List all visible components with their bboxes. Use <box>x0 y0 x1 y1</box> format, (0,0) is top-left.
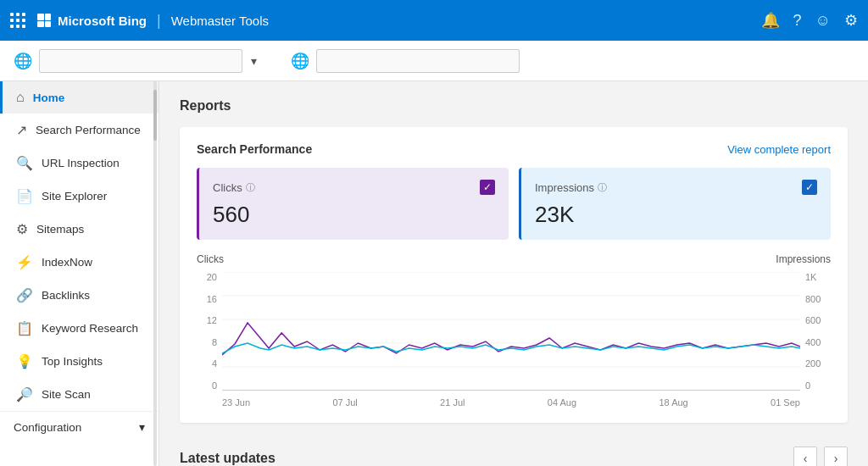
chart-svg <box>222 272 800 391</box>
svg-rect-0 <box>37 14 44 20</box>
reports-title: Reports <box>180 98 848 114</box>
chart-y-right-labels: 1K 800 600 400 200 0 <box>805 272 831 391</box>
clicks-info-icon[interactable]: ⓘ <box>246 181 255 194</box>
metric-boxes: Clicks ⓘ ✓ 560 Impressions ⓘ ✓ <box>197 168 831 240</box>
globe-icon-right: 🌐 <box>291 52 309 70</box>
app-logo: Microsoft Bing <box>36 12 147 29</box>
clicks-value: 560 <box>213 202 495 228</box>
keyword-research-icon: 📋 <box>16 320 33 336</box>
sidebar-item-search-performance-label: Search Performance <box>36 124 141 136</box>
sidebar: ⌂ Home ↗ Search Performance 🔍 URL Inspec… <box>0 81 159 466</box>
url-chevron-icon[interactable]: ▾ <box>251 54 257 68</box>
sidebar-configuration-header[interactable]: Configuration ▾ <box>0 411 159 442</box>
sidebar-item-indexnow[interactable]: ⚡ IndexNow <box>0 246 159 279</box>
globe-icon-left: 🌐 <box>14 52 32 70</box>
latest-updates-title: Latest updates <box>180 451 275 466</box>
site-url-input[interactable] <box>316 49 520 73</box>
impressions-label: Impressions ⓘ <box>535 181 607 194</box>
nav-divider: | <box>157 12 161 30</box>
url-input[interactable] <box>39 49 242 73</box>
sidebar-item-keyword-research[interactable]: 📋 Keyword Research <box>0 312 159 345</box>
sidebar-item-top-insights-label: Top Insights <box>42 355 103 368</box>
svg-rect-1 <box>45 14 51 20</box>
sidebar-item-site-explorer[interactable]: 📄 Site Explorer <box>0 180 159 213</box>
scroll-indicator <box>153 81 157 466</box>
search-performance-icon: ↗ <box>16 122 27 138</box>
search-performance-card: Search Performance View complete report … <box>180 127 848 423</box>
next-arrow-button[interactable]: › <box>824 447 848 466</box>
clicks-checkbox[interactable]: ✓ <box>480 180 495 195</box>
sidebar-item-top-insights[interactable]: 💡 Top Insights <box>0 345 159 378</box>
sidebar-item-home-label: Home <box>33 92 65 104</box>
top-insights-icon: 💡 <box>16 353 33 369</box>
sidebar-item-site-scan[interactable]: 🔎 Site Scan <box>0 378 159 411</box>
clicks-metric-box: Clicks ⓘ ✓ 560 <box>197 168 509 240</box>
sidebar-item-backlinks[interactable]: 🔗 Backlinks <box>0 279 159 312</box>
clicks-box-header: Clicks ⓘ ✓ <box>213 180 495 195</box>
url-inspection-icon: 🔍 <box>16 155 33 171</box>
top-navigation: Microsoft Bing | Webmaster Tools 🔔 ? ☺ ⚙ <box>0 0 868 41</box>
clicks-label: Clicks ⓘ <box>213 181 255 194</box>
chart-right-axis-label: Impressions <box>776 253 831 265</box>
home-icon: ⌂ <box>16 90 25 105</box>
sidebar-item-site-explorer-label: Site Explorer <box>42 190 107 202</box>
sidebar-item-sitemaps[interactable]: ⚙ Sitemaps <box>0 213 159 246</box>
help-icon[interactable]: ? <box>793 12 802 30</box>
bing-logo-icon <box>36 12 53 29</box>
configuration-chevron-icon: ▾ <box>139 420 145 434</box>
site-scan-icon: 🔎 <box>16 386 33 402</box>
sidebar-item-indexnow-label: IndexNow <box>42 256 92 269</box>
svg-rect-2 <box>37 21 44 27</box>
prev-arrow-button[interactable]: ‹ <box>793 447 817 466</box>
chart-svg-container <box>222 272 800 391</box>
url-bar: 🌐 ▾ 🌐 <box>0 41 868 81</box>
logo-text: Microsoft Bing <box>58 14 147 28</box>
sidebar-item-search-performance[interactable]: ↗ Search Performance <box>0 114 159 147</box>
sp-card-title: Search Performance <box>197 142 312 156</box>
impressions-value: 23K <box>535 202 817 228</box>
app-title: Webmaster Tools <box>171 14 269 28</box>
sp-card-header: Search Performance View complete report <box>197 142 831 156</box>
impressions-box-header: Impressions ⓘ ✓ <box>535 180 817 195</box>
account-icon[interactable]: ☺ <box>815 12 831 30</box>
settings-icon[interactable]: ⚙ <box>844 11 858 30</box>
sidebar-item-home[interactable]: ⌂ Home <box>0 81 159 114</box>
apps-grid-icon[interactable] <box>10 13 25 28</box>
latest-updates-section: Latest updates ‹ › <box>180 436 848 466</box>
sidebar-item-url-inspection[interactable]: 🔍 URL Inspection <box>0 147 159 180</box>
chart-x-labels: 23 Jun 07 Jul 21 Jul 04 Aug 18 Aug 01 Se… <box>222 397 800 408</box>
main-layout: ⌂ Home ↗ Search Performance 🔍 URL Inspec… <box>0 81 868 466</box>
sidebar-item-backlinks-label: Backlinks <box>42 289 90 302</box>
site-explorer-icon: 📄 <box>16 188 33 204</box>
bell-icon[interactable]: 🔔 <box>761 11 780 30</box>
nav-arrows: ‹ › <box>793 447 848 466</box>
impressions-metric-box: Impressions ⓘ ✓ 23K <box>519 168 831 240</box>
chart-y-left-labels: 20 16 12 8 4 0 <box>197 272 217 391</box>
impressions-info-icon[interactable]: ⓘ <box>598 181 607 194</box>
sidebar-item-url-inspection-label: URL Inspection <box>42 157 120 169</box>
view-complete-report-link[interactable]: View complete report <box>727 143 831 156</box>
svg-rect-3 <box>45 21 51 27</box>
content-area: Reports Search Performance View complete… <box>159 81 868 466</box>
chart-left-axis-label: Clicks <box>197 253 224 265</box>
chart-area: 20 16 12 8 4 0 1K 800 600 400 200 <box>197 272 831 408</box>
sidebar-item-site-scan-label: Site Scan <box>42 388 91 401</box>
backlinks-icon: 🔗 <box>16 287 33 303</box>
impressions-checkbox[interactable]: ✓ <box>802 180 817 195</box>
sidebar-item-keyword-research-label: Keyword Research <box>42 322 138 335</box>
sitemaps-icon: ⚙ <box>16 221 28 237</box>
indexnow-icon: ⚡ <box>16 254 33 270</box>
configuration-label: Configuration <box>14 421 81 434</box>
sidebar-item-sitemaps-label: Sitemaps <box>36 223 84 236</box>
top-nav-icons: 🔔 ? ☺ ⚙ <box>761 11 858 30</box>
